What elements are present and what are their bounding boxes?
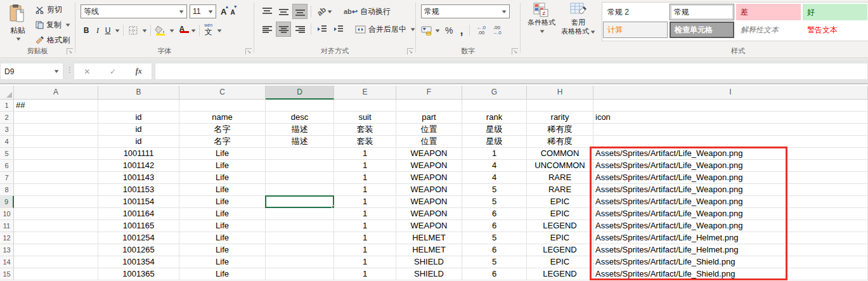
cell-H8[interactable]: RARE: [527, 184, 593, 196]
column-header-C[interactable]: C: [179, 86, 266, 100]
style-chip-normal2[interactable]: 常规 2: [603, 4, 668, 20]
font-dialog-launcher[interactable]: ↘: [245, 48, 252, 55]
cell-A4[interactable]: [14, 136, 98, 148]
cell-E9[interactable]: 1: [334, 196, 396, 208]
cell-C14[interactable]: Life: [179, 256, 266, 268]
row-header-1[interactable]: 1: [0, 100, 14, 112]
cell-C15[interactable]: Life: [179, 268, 266, 280]
cell-D6[interactable]: [266, 160, 334, 172]
cell-H11[interactable]: LEGEND: [527, 220, 593, 232]
cell-A14[interactable]: [14, 256, 98, 268]
style-chip-explain[interactable]: 解释性文本: [736, 22, 801, 38]
cell-I9[interactable]: Assets/Sprites/Artifact/Life_Weapon.png: [593, 196, 868, 208]
style-chip-calc[interactable]: 计算: [603, 22, 668, 38]
cell-C11[interactable]: Life: [179, 220, 266, 232]
column-header-I[interactable]: I: [593, 86, 868, 100]
cell-D3[interactable]: 描述: [266, 124, 334, 136]
cell-A1[interactable]: ##: [14, 100, 98, 112]
increase-indent-button[interactable]: [331, 22, 346, 37]
font-color-button[interactable]: A: [176, 23, 188, 37]
cell-H2[interactable]: rarity: [527, 112, 593, 124]
cell-C8[interactable]: Life: [179, 184, 266, 196]
cell-E11[interactable]: 1: [334, 220, 396, 232]
shrink-font-button[interactable]: A▼: [228, 7, 236, 16]
cell-G5[interactable]: 1: [462, 148, 527, 160]
cell-A9[interactable]: [14, 196, 98, 208]
cell-E15[interactable]: 1: [334, 268, 396, 280]
column-header-A[interactable]: A: [14, 86, 98, 100]
phonetic-guide-button[interactable]: wén 文: [203, 24, 214, 37]
conditional-formatting-button[interactable]: ≠ 条件格式 ▼: [523, 3, 560, 36]
italic-button[interactable]: I: [93, 26, 102, 36]
row-header-7[interactable]: 7: [0, 172, 14, 184]
align-left-button[interactable]: [259, 22, 275, 37]
cell-F1[interactable]: [396, 100, 462, 112]
cell-H4[interactable]: 稀有度: [527, 136, 593, 148]
cell-C10[interactable]: Life: [179, 208, 266, 220]
comma-style-button[interactable]: ,: [458, 27, 465, 34]
column-header-D[interactable]: D: [266, 86, 334, 100]
cell-H6[interactable]: UNCOMMON: [527, 160, 593, 172]
cell-G12[interactable]: 5: [462, 232, 527, 244]
cell-E13[interactable]: 1: [334, 244, 396, 256]
cell-I5[interactable]: Assets/Sprites/Artifact/Life_Weapon.png: [593, 148, 868, 160]
cell-B3[interactable]: id: [98, 124, 179, 136]
cell-A8[interactable]: [14, 184, 98, 196]
cell-D1[interactable]: [266, 100, 334, 112]
cell-I10[interactable]: Assets/Sprites/Artifact/Life_Weapon.png: [593, 208, 868, 220]
cell-E10[interactable]: 1: [334, 208, 396, 220]
chevron-down-icon[interactable]: ▼: [216, 28, 223, 34]
cell-E5[interactable]: 1: [334, 148, 396, 160]
row-header-9[interactable]: 9: [0, 196, 14, 208]
row-header-2[interactable]: 2: [0, 112, 14, 124]
number-dialog-launcher[interactable]: ↘: [512, 48, 518, 55]
chevron-down-icon[interactable]: ▼: [113, 28, 120, 34]
align-middle-button[interactable]: [276, 4, 291, 19]
cell-E14[interactable]: 1: [334, 256, 396, 268]
cell-D11[interactable]: [266, 220, 334, 232]
row-header-5[interactable]: 5: [0, 148, 14, 160]
cell-C1[interactable]: [179, 100, 266, 112]
underline-button[interactable]: U: [103, 26, 112, 35]
chevron-down-icon[interactable]: ▼: [168, 28, 175, 34]
row-header-11[interactable]: 11: [0, 220, 14, 232]
style-chip-check[interactable]: 检查单元格: [670, 22, 734, 38]
cell-A2[interactable]: [14, 112, 98, 124]
cell-I8[interactable]: Assets/Sprites/Artifact/Life_Weapon.png: [593, 184, 868, 196]
cell-C3[interactable]: 名字: [179, 124, 266, 136]
decrease-indent-button[interactable]: [314, 22, 330, 37]
cell-D9[interactable]: [266, 196, 334, 208]
select-all-corner[interactable]: [0, 86, 14, 100]
cell-B6[interactable]: 1001142: [98, 160, 179, 172]
cell-B10[interactable]: 1001164: [98, 208, 179, 220]
cell-I11[interactable]: Assets/Sprites/Artifact/Life_Weapon.png: [593, 220, 868, 232]
cell-D4[interactable]: 描述: [266, 136, 334, 148]
increase-decimal-button[interactable]: ←.0 .00: [474, 25, 488, 36]
cell-I2[interactable]: icon: [593, 112, 868, 124]
cell-D10[interactable]: [266, 208, 334, 220]
cell-F2[interactable]: part: [396, 112, 462, 124]
insert-function-button[interactable]: fx: [136, 67, 142, 76]
cell-G10[interactable]: 6: [462, 208, 527, 220]
cell-B13[interactable]: 1001265: [98, 244, 179, 256]
cell-D13[interactable]: [266, 244, 334, 256]
cell-A6[interactable]: [14, 160, 98, 172]
cell-F6[interactable]: WEAPON: [396, 160, 462, 172]
cell-C5[interactable]: Life: [179, 148, 266, 160]
cell-G3[interactable]: 星级: [462, 124, 527, 136]
cell-G13[interactable]: 6: [462, 244, 527, 256]
align-right-button[interactable]: [292, 22, 308, 37]
accounting-format-button[interactable]: ▼: [421, 25, 440, 36]
cell-H12[interactable]: EPIC: [527, 232, 593, 244]
cut-button[interactable]: 剪切: [33, 3, 73, 16]
cell-G8[interactable]: 5: [462, 184, 527, 196]
column-header-E[interactable]: E: [334, 86, 396, 100]
row-header-8[interactable]: 8: [0, 184, 14, 196]
cell-D15[interactable]: [266, 268, 334, 280]
cell-G9[interactable]: 5: [462, 196, 527, 208]
cell-I14[interactable]: Assets/Sprites/Artifact/Life_Shield.png: [593, 256, 868, 268]
cell-I1[interactable]: [593, 100, 868, 112]
cell-E2[interactable]: suit: [334, 112, 396, 124]
row-header-3[interactable]: 3: [0, 124, 14, 136]
row-header-12[interactable]: 12: [0, 232, 14, 244]
